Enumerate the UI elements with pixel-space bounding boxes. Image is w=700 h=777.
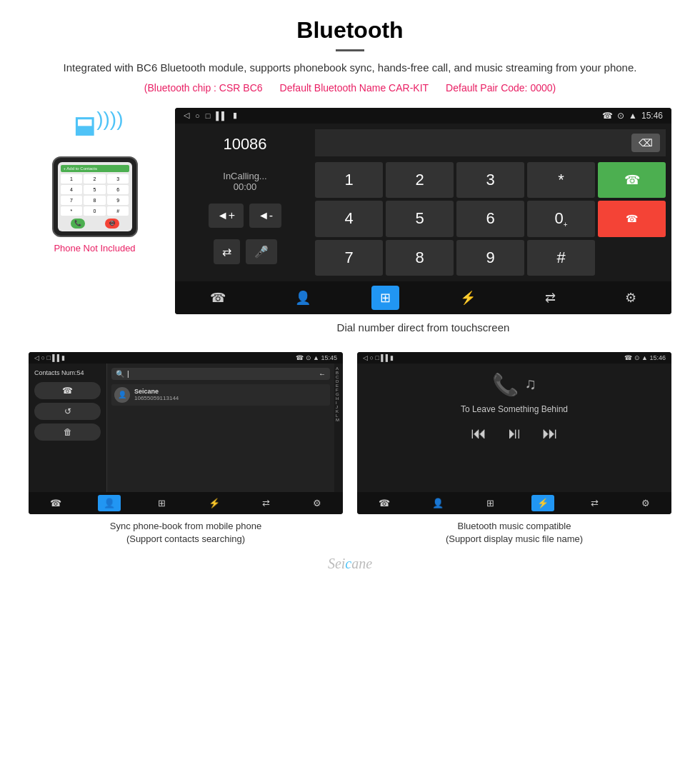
phonebook-screen-wrap: ◁ ○ □ ▌▌▮ ☎ ⊙ ▲ 15:45 Contacts Num:54 ☎ … bbox=[29, 352, 343, 548]
key-4[interactable]: 4 bbox=[315, 201, 383, 237]
music-bottom-transfer[interactable]: ⇄ bbox=[585, 495, 604, 511]
pb-bottom-contacts[interactable]: 👤 bbox=[98, 495, 121, 511]
caption-main: Dial number direct from touchscreen bbox=[175, 314, 671, 345]
pb-bottom-bar: ☎ 👤 ⊞ ⚡ ⇄ ⚙ bbox=[29, 492, 343, 514]
caption-music-line1: Bluetooth music compatible bbox=[357, 520, 671, 533]
key-1[interactable]: 1 bbox=[315, 162, 383, 198]
backspace-button[interactable]: ⌫ bbox=[631, 134, 660, 152]
end-call-button[interactable]: ☎ bbox=[598, 201, 666, 237]
bottom-settings-button[interactable]: ⚙ bbox=[616, 286, 645, 310]
car-screen: ◁ ○ □ ▌▌ ▮ ☎ ⊙ ▲ 15:46 10086 bbox=[175, 108, 671, 314]
nav-recents-icon: □ bbox=[206, 111, 211, 120]
phonebook-body: Contacts Num:54 ☎ ↺ 🗑 🔍 | ← 👤 bbox=[29, 364, 343, 492]
music-bottom-contacts[interactable]: 👤 bbox=[426, 495, 449, 511]
search-cursor: | bbox=[127, 370, 129, 378]
vol-up-button[interactable]: ◄+ bbox=[209, 204, 244, 228]
volume-buttons: ◄+ ◄- bbox=[181, 204, 309, 228]
pb-search-bar: 🔍 | ← bbox=[111, 368, 330, 380]
music-bottom-settings[interactable]: ⚙ bbox=[636, 495, 656, 511]
pb-avatar: 👤 bbox=[114, 387, 130, 403]
phonebook-screen: ◁ ○ □ ▌▌▮ ☎ ⊙ ▲ 15:45 Contacts Num:54 ☎ … bbox=[29, 352, 343, 514]
bottom-keypad-button[interactable]: ⊞ bbox=[371, 286, 399, 310]
key-star[interactable]: * bbox=[527, 162, 595, 198]
music-bottom-phone[interactable]: ☎ bbox=[373, 495, 396, 511]
music-body: 📞 ♫ To Leave Something Behind ⏮ ⏯ ⏭ bbox=[357, 364, 671, 492]
search-back-icon: ← bbox=[319, 370, 326, 378]
pb-bottom-transfer[interactable]: ⇄ bbox=[256, 495, 276, 511]
music-bottom-bt[interactable]: ⚡ bbox=[531, 495, 554, 511]
phone-key: 2 bbox=[84, 174, 106, 184]
phone-section: ⬓ )))) + Add to Contacts 1 2 3 4 5 6 7 8… bbox=[29, 108, 161, 254]
phone-bottom-bar: 📞 📵 bbox=[61, 219, 129, 229]
nav-back-icon: ◁ bbox=[184, 111, 189, 120]
caption-music-line2: (Support display music file name) bbox=[357, 533, 671, 546]
phone-key: 1 bbox=[61, 174, 83, 184]
key-2[interactable]: 2 bbox=[386, 162, 454, 198]
status-time: 15:46 bbox=[641, 111, 663, 121]
key-8[interactable]: 8 bbox=[386, 240, 454, 276]
dial-area: 10086 InCalling... 00:00 ◄+ ◄- ⇄ 🎤 bbox=[175, 124, 671, 281]
vol-down-button[interactable]: ◄- bbox=[249, 204, 281, 228]
key-0plus[interactable]: 0+ bbox=[527, 201, 595, 237]
music-note-icon: ♫ bbox=[524, 375, 536, 393]
pb-bottom-keypad[interactable]: ⊞ bbox=[152, 495, 171, 511]
dial-right: ⌫ 1 2 3 * ☎ 4 5 6 0+ ☎ 7 8 bbox=[315, 129, 666, 276]
phone-screen-top: + Add to Contacts bbox=[61, 165, 129, 172]
chip-3: Default Pair Code: 0000) bbox=[446, 82, 556, 94]
chip-2: Default Bluetooth Name CAR-KIT bbox=[280, 82, 429, 94]
phone-keypad: 1 2 3 4 5 6 7 8 9 * 0 # bbox=[61, 174, 129, 216]
bottom-contacts-button[interactable]: 👤 bbox=[286, 286, 319, 310]
music-status-right: ☎ ⊙ ▲ 15:46 bbox=[624, 354, 666, 361]
pb-refresh-btn[interactable]: ↺ bbox=[34, 403, 101, 420]
pb-call-btn[interactable]: ☎ bbox=[34, 382, 101, 399]
next-button[interactable]: ⏭ bbox=[542, 424, 558, 443]
music-icon-area: 📞 ♫ bbox=[492, 372, 536, 397]
pb-bottom-settings[interactable]: ⚙ bbox=[307, 495, 327, 511]
pb-contact-item[interactable]: 👤 Seicane 10655059113144 bbox=[111, 384, 330, 406]
transfer-button[interactable]: ⇄ bbox=[214, 239, 240, 264]
mic-button[interactable]: 🎤 bbox=[246, 239, 277, 264]
phone-key: 3 bbox=[107, 174, 129, 184]
header-description: Integrated with BC6 Bluetooth module, su… bbox=[43, 60, 657, 76]
page-title: Bluetooth bbox=[43, 17, 657, 44]
music-screen: ◁ ○ □ ▌▌▮ ☎ ⊙ ▲ 15:46 📞 ♫ To Leave Somet… bbox=[357, 352, 671, 514]
pb-contact-number: 10655059113144 bbox=[134, 395, 179, 401]
music-bottom-keypad[interactable]: ⊞ bbox=[481, 495, 500, 511]
call-button[interactable]: ☎ bbox=[598, 162, 666, 198]
search-icon: 🔍 bbox=[116, 370, 124, 378]
phone-key: 7 bbox=[61, 196, 83, 205]
caption-phonebook: Sync phone-book from mobile phone (Suppo… bbox=[29, 514, 343, 548]
bottom-transfer-button[interactable]: ⇄ bbox=[536, 286, 564, 310]
music-phone-icon: 📞 bbox=[492, 372, 519, 397]
input-row: ⌫ bbox=[315, 129, 666, 156]
phone-key: 6 bbox=[107, 185, 129, 194]
bottom-phone-button[interactable]: ☎ bbox=[201, 286, 234, 310]
key-3[interactable]: 3 bbox=[456, 162, 524, 198]
pb-contact-info: Seicane 10655059113144 bbox=[134, 388, 179, 401]
phone-screen: + Add to Contacts 1 2 3 4 5 6 7 8 9 * 0 … bbox=[58, 162, 132, 231]
watermark: Seicane bbox=[0, 548, 700, 579]
nav-home-icon: ○ bbox=[195, 111, 200, 120]
phone-mock: + Add to Contacts 1 2 3 4 5 6 7 8 9 * 0 … bbox=[52, 156, 138, 237]
pb-delete-btn[interactable]: 🗑 bbox=[34, 423, 101, 441]
music-controls: ⏮ ⏯ ⏭ bbox=[471, 424, 558, 443]
pb-bottom-bt[interactable]: ⚡ bbox=[203, 495, 226, 511]
bottom-bluetooth-button[interactable]: ⚡ bbox=[451, 286, 484, 310]
key-7[interactable]: 7 bbox=[315, 240, 383, 276]
signal-icon: ▌▌ bbox=[216, 111, 227, 120]
pb-bottom-phone[interactable]: ☎ bbox=[44, 495, 67, 511]
location-icon: ⊙ bbox=[617, 111, 624, 121]
bluetooth-waves-icon: )))) bbox=[96, 108, 123, 131]
key-hash[interactable]: # bbox=[527, 240, 595, 276]
key-9[interactable]: 9 bbox=[456, 240, 524, 276]
main-content: ⬓ )))) + Add to Contacts 1 2 3 4 5 6 7 8… bbox=[0, 101, 700, 352]
key-6[interactable]: 6 bbox=[456, 201, 524, 237]
chip-1: (Bluetooth chip : CSR BC6 bbox=[144, 82, 263, 94]
key-5[interactable]: 5 bbox=[386, 201, 454, 237]
play-pause-button[interactable]: ⏯ bbox=[506, 424, 522, 443]
car-status-bar: ◁ ○ □ ▌▌ ▮ ☎ ⊙ ▲ 15:46 bbox=[175, 108, 671, 124]
music-screen-wrap: ◁ ○ □ ▌▌▮ ☎ ⊙ ▲ 15:46 📞 ♫ To Leave Somet… bbox=[357, 352, 671, 548]
caption-pb-line2: (Support contacts searching) bbox=[29, 533, 343, 546]
pb-right: 🔍 | ← 👤 Seicane 10655059113144 bbox=[107, 364, 334, 492]
prev-button[interactable]: ⏮ bbox=[471, 424, 486, 443]
